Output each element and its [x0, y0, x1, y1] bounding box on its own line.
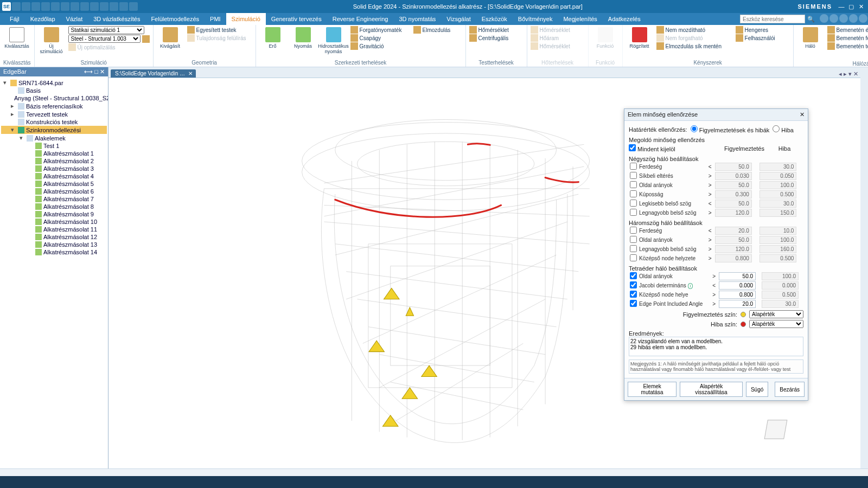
bearing-row[interactable]: Csapágy — [350, 34, 410, 42]
feature-tree[interactable]: ▾SRN71-6844.par Basis Anyag (Steel - Str… — [0, 76, 108, 258]
close-icon[interactable]: ✕ — [856, 3, 866, 10]
mesh-edge-row[interactable]: Bemenetén élen — [827, 26, 868, 34]
tree-item[interactable]: Alkatrészmásolat 9 — [1, 210, 107, 218]
grav-row[interactable]: Gravitáció — [350, 42, 410, 50]
row-checkbox[interactable] — [630, 272, 637, 279]
bodytemp-row[interactable]: Hőmérséklet — [469, 26, 524, 34]
ribbon-tab-reverse engineering[interactable]: Reverse Engineering — [327, 13, 394, 25]
row-checkbox[interactable] — [630, 181, 637, 188]
tree-item[interactable]: Alkatrészmásolat 2 — [1, 157, 107, 165]
tree-sync[interactable]: Szinkronmodellezési — [26, 127, 81, 133]
window-controls[interactable]: —▢✕ — [837, 3, 866, 10]
dropdown-icon[interactable] — [839, 14, 848, 23]
tree-root[interactable]: SRN71-6844.par — [18, 80, 63, 86]
ribbon-tab-eszközök[interactable]: Eszközök — [476, 13, 513, 25]
maximize-icon[interactable]: ▢ — [846, 3, 856, 10]
radio-err[interactable]: Hiba — [773, 125, 794, 133]
ribbon-tab-generatív tervezés[interactable]: Generatív tervezés — [266, 13, 327, 25]
search-icon[interactable]: 🔍 — [807, 16, 815, 23]
minimize-icon[interactable]: — — [837, 3, 846, 10]
qat-icon[interactable] — [12, 2, 21, 11]
info-icon[interactable]: i — [688, 283, 693, 289]
edit-material-icon[interactable] — [142, 35, 149, 43]
ribbon-tab-felületmodellezés[interactable]: Felületmodellezés — [145, 13, 205, 25]
hydro-button[interactable]: Hidrosztatikus nyomás — [320, 26, 347, 60]
warn-input[interactable] — [719, 291, 756, 299]
panel-controls[interactable]: ⟷ □ ✕ — [84, 68, 105, 75]
cyl-row[interactable]: Hengeres — [736, 26, 790, 34]
tab-nav[interactable]: ◂ ▸ ▾ ✕ — [837, 70, 860, 78]
err-color-select[interactable]: Alapérték — [749, 320, 803, 328]
mesh-face-row[interactable]: Bemenetén felületen — [827, 34, 868, 42]
tab-close-icon[interactable]: ✕ — [188, 70, 193, 76]
row-checkbox[interactable] — [630, 300, 637, 307]
tree-item[interactable]: Alkatrészmásolat 7 — [1, 195, 107, 203]
qat-icon[interactable] — [90, 2, 99, 11]
qat-icon[interactable] — [61, 2, 69, 11]
tree-item[interactable]: Alkatrészmásolat 4 — [1, 172, 107, 180]
row-checkbox[interactable] — [630, 172, 637, 179]
force-button[interactable]: Erő — [259, 26, 286, 60]
qat-icon[interactable] — [119, 2, 128, 11]
help-icons[interactable] — [819, 14, 868, 24]
ribbon-tab-vázlat[interactable]: Vázlat — [61, 13, 88, 25]
mesh-button[interactable]: Háló — [797, 26, 824, 61]
qat-icon[interactable] — [31, 2, 40, 11]
row-checkbox[interactable] — [630, 190, 637, 197]
fixed-button[interactable]: Rögzített — [626, 26, 653, 60]
app-menu-icon[interactable]: SE — [2, 2, 11, 11]
qat-icon[interactable] — [22, 2, 30, 11]
mesh-body-row[interactable]: Bemenetén testen — [827, 42, 868, 50]
ribbon-tab-megjelenítés[interactable]: Megjelenítés — [558, 13, 602, 25]
nomove-row[interactable]: Nem mozdítható — [656, 26, 732, 34]
tree-item[interactable]: Alkatrészmásolat 11 — [1, 226, 107, 233]
ribbon-tab-bővítmények[interactable]: Bővítmények — [513, 13, 558, 25]
tree-construct[interactable]: Konstrukciós testek — [26, 119, 78, 125]
tree-material[interactable]: Anyag (Steel - Structural 1.0038_S2) — [14, 95, 108, 101]
warn-color-select[interactable]: Alapérték — [749, 310, 803, 318]
ribbon-tab-fájl[interactable]: Fájl — [4, 13, 25, 25]
ribbon-tab-szimuláció[interactable]: Szimuláció — [226, 13, 266, 25]
cut-geometry-button[interactable]: Kivágásít — [157, 26, 184, 60]
dialog-close-icon[interactable]: ✕ — [800, 111, 805, 118]
qat-icon[interactable] — [80, 2, 89, 11]
edgebar-header[interactable]: EdgeBar⟷ □ ✕ — [0, 67, 108, 76]
row-checkbox[interactable] — [630, 236, 637, 243]
qat-icon[interactable] — [51, 2, 60, 11]
quick-access-toolbar[interactable]: SE — [2, 2, 138, 11]
warn-input[interactable] — [719, 281, 756, 290]
tree-item[interactable]: Alkatrészmásolat 6 — [1, 188, 107, 195]
row-checkbox[interactable] — [630, 254, 637, 261]
torque-row[interactable]: Forgatónyomaték — [350, 26, 410, 34]
qat-icon[interactable] — [129, 2, 138, 11]
qat-icon[interactable] — [110, 2, 118, 11]
qat-icon[interactable] — [41, 2, 50, 11]
ribbon-tab-kezdőlap[interactable]: Kezdőlap — [25, 13, 61, 25]
reset-defaults-button[interactable]: Alapérték visszaállítása — [680, 382, 743, 397]
qat-icon[interactable] — [71, 2, 79, 11]
ribbon-tab-pmi[interactable]: PMI — [205, 13, 226, 25]
tree-item[interactable]: Alkatrészmásolat 13 — [1, 241, 107, 248]
disp-row[interactable]: Elmozdulás — [413, 26, 462, 34]
ribbon-tab-3d vázlatkészítés[interactable]: 3D vázlatkészítés — [88, 13, 145, 25]
tree-features[interactable]: Alakelemek — [35, 135, 66, 142]
study-select[interactable]: Statikai szimuláció 1 — [68, 26, 144, 34]
centrifugal-row[interactable]: Centrifugális — [469, 34, 524, 42]
user-row[interactable]: Felhasználói — [736, 34, 790, 42]
row-checkbox[interactable] — [630, 281, 637, 288]
ribbon-tab-adatkezelés[interactable]: Adatkezelés — [603, 13, 646, 25]
help-icon[interactable] — [829, 14, 838, 23]
show-elements-button[interactable]: Elemek mutatása — [628, 382, 676, 397]
unified-label[interactable]: Egyesített testek — [196, 27, 237, 33]
os-taskbar[interactable] — [0, 476, 868, 488]
ribbon-tab-3d nyomtatás[interactable]: 3D nyomtatás — [393, 13, 441, 25]
tool-search-input[interactable] — [740, 15, 805, 23]
horizontal-scrollbar[interactable] — [0, 468, 868, 476]
row-checkbox[interactable] — [630, 227, 637, 234]
tree-refplanes[interactable]: Bázis referenciasíkok — [26, 103, 83, 110]
select-all-checkbox[interactable]: Mindent kijelöl — [629, 144, 675, 152]
tree-item[interactable]: Alkatrészmásolat 10 — [1, 218, 107, 226]
tree-item[interactable]: Alkatrészmásolat 1 — [1, 150, 107, 157]
tree-item[interactable]: Alkatrészmásolat 12 — [1, 233, 107, 241]
tree-basis[interactable]: Basis — [26, 87, 41, 94]
